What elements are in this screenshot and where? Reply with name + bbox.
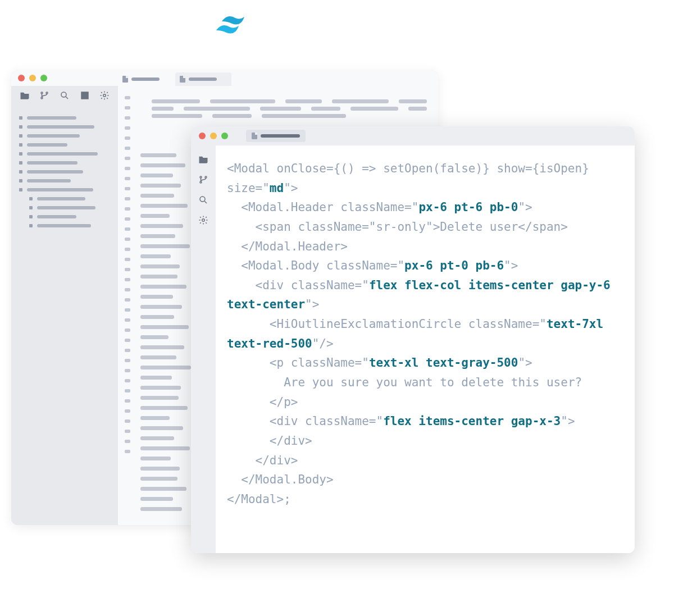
svg-rect-5 (85, 92, 88, 95)
file-tree-item[interactable] (19, 143, 110, 147)
file-tree-item[interactable] (19, 215, 110, 218)
file-tree-item[interactable] (19, 152, 110, 156)
file-tree-item[interactable] (19, 134, 110, 138)
minimize-icon[interactable] (29, 75, 36, 81)
file-tree-item[interactable] (19, 170, 110, 174)
maximize-icon[interactable] (40, 75, 47, 81)
foreground-code-window: <Modal onClose={() => setOpen(false)} sh… (191, 126, 635, 553)
file-tree-item[interactable] (19, 224, 110, 227)
back-sidebar-toolbar (11, 86, 118, 105)
file-icon (252, 133, 257, 139)
branch-icon[interactable] (39, 90, 49, 101)
maximize-icon[interactable] (221, 133, 228, 139)
search-icon[interactable] (198, 195, 208, 205)
svg-rect-4 (81, 92, 84, 95)
svg-point-0 (41, 92, 43, 94)
svg-point-2 (46, 92, 48, 94)
svg-point-3 (61, 92, 66, 97)
svg-point-11 (205, 176, 207, 178)
gear-icon[interactable] (99, 90, 110, 101)
svg-point-1 (41, 97, 43, 99)
file-tree-item[interactable] (19, 116, 110, 120)
code-editor-content[interactable]: <Modal onClose={() => setOpen(false)} sh… (216, 145, 635, 553)
folder-icon[interactable] (198, 154, 208, 165)
back-window-tabs (118, 70, 231, 86)
front-active-tab[interactable] (246, 130, 306, 142)
svg-point-13 (202, 219, 205, 222)
file-tree-item[interactable] (19, 197, 110, 200)
file-icon (180, 76, 185, 83)
svg-point-10 (200, 181, 202, 183)
close-icon[interactable] (18, 75, 25, 81)
svg-rect-7 (85, 96, 88, 99)
svg-point-12 (200, 197, 205, 202)
minimize-icon[interactable] (210, 133, 217, 139)
file-tree-item[interactable] (19, 161, 110, 165)
search-icon[interactable] (60, 90, 70, 101)
front-activity-bar (191, 145, 216, 553)
file-tree-sidebar[interactable] (11, 105, 118, 525)
close-icon[interactable] (199, 133, 206, 139)
back-tab-2[interactable] (175, 72, 231, 86)
file-icon (122, 76, 128, 83)
branch-icon[interactable] (198, 175, 208, 185)
back-tab-1[interactable] (118, 72, 174, 86)
extensions-icon[interactable] (80, 90, 90, 101)
svg-point-8 (103, 94, 106, 97)
svg-point-9 (200, 176, 202, 178)
svg-rect-6 (81, 96, 84, 99)
file-tree-item[interactable] (19, 125, 110, 129)
gear-icon[interactable] (198, 215, 208, 225)
file-tree-item[interactable] (19, 179, 110, 182)
file-tree-item[interactable] (19, 206, 110, 209)
folder-icon[interactable] (20, 90, 30, 101)
file-tree-item[interactable] (19, 188, 110, 191)
front-window-titlebar (191, 126, 635, 145)
tailwind-logo-icon (211, 11, 256, 38)
